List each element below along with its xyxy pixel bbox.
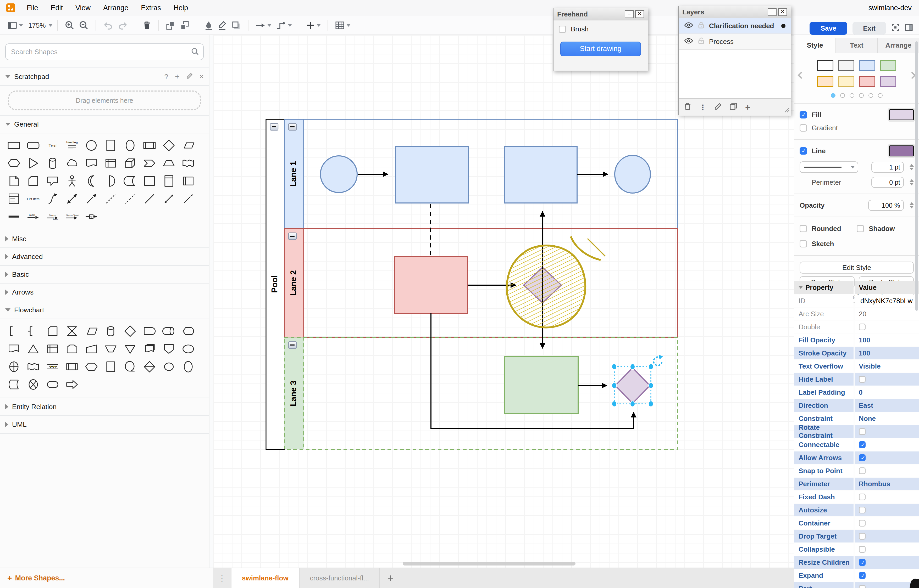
shape-manual-operation[interactable] [101, 340, 120, 358]
shape-collate[interactable] [62, 322, 82, 340]
menu-help[interactable]: Help [167, 4, 194, 12]
shape-process-rect[interactable] [101, 358, 120, 376]
shape-start-tall-ellipse[interactable] [178, 358, 198, 376]
property-checkbox[interactable] [859, 323, 866, 330]
style-preset-2[interactable] [859, 60, 875, 71]
shape-annotation-left[interactable] [4, 322, 24, 340]
property-checkbox[interactable] [859, 572, 866, 579]
add-icon[interactable]: + [175, 72, 180, 81]
property-value[interactable] [854, 582, 919, 588]
property-value[interactable] [854, 504, 919, 516]
shape-ellipse-wide[interactable] [178, 340, 198, 358]
shape-multi-document[interactable] [140, 340, 159, 358]
tab-arrange[interactable]: Arrange [878, 38, 919, 53]
task-shape-1[interactable] [395, 147, 468, 203]
property-checkbox[interactable] [859, 533, 866, 540]
pages-menu-icon[interactable]: ⋮ [213, 568, 231, 588]
menu-arrange[interactable]: Arrange [97, 4, 135, 12]
task-shape-2[interactable] [505, 147, 577, 203]
shape-stored-data[interactable] [4, 376, 24, 393]
section-flowchart[interactable]: Flowchart [0, 301, 209, 319]
line-width-input[interactable]: 1 pt [871, 162, 904, 173]
preset-page-dot[interactable] [869, 93, 873, 98]
layer-row-process[interactable]: Process [679, 34, 791, 50]
section-basic[interactable]: Basic [0, 266, 209, 284]
connection-style-button[interactable] [253, 18, 274, 33]
to-front-button[interactable] [164, 18, 178, 33]
shape-start-ellipse[interactable] [159, 358, 178, 376]
line-checkbox[interactable] [800, 147, 807, 155]
property-value[interactable]: None [854, 412, 919, 425]
shape-circle[interactable] [82, 137, 101, 154]
delete-layer-icon[interactable] [684, 103, 691, 112]
property-value[interactable] [854, 556, 919, 569]
tab-text[interactable]: Text [836, 38, 878, 53]
property-value[interactable]: dNxyNK7c78bLw [854, 294, 919, 307]
preset-page-dot[interactable] [840, 93, 845, 98]
shape-vertical-container[interactable] [159, 172, 178, 190]
property-value[interactable] [854, 517, 919, 530]
insert-button[interactable] [304, 18, 323, 33]
shape-trapezoid[interactable] [159, 154, 178, 172]
shape-predefined-process[interactable] [62, 358, 82, 376]
shape-internal-storage[interactable] [43, 340, 62, 358]
minimize-icon[interactable]: – [625, 10, 634, 18]
line-style-select[interactable] [800, 162, 858, 173]
property-checkbox[interactable] [859, 494, 866, 501]
lane-2[interactable]: Lane 2 [284, 229, 677, 338]
property-value[interactable]: 20 [854, 308, 919, 320]
shape-tall-rectangle[interactable] [101, 137, 120, 154]
opacity-input[interactable]: 100 % [868, 200, 904, 211]
shape-card[interactable] [24, 172, 43, 190]
exit-button[interactable]: Exit [853, 22, 886, 35]
shape-diamond[interactable] [159, 137, 178, 154]
view-button[interactable] [5, 18, 25, 33]
shape-arrow[interactable] [82, 190, 101, 208]
shape-direct-access-storage[interactable] [159, 322, 178, 340]
property-value[interactable]: East [854, 399, 919, 412]
edit-icon[interactable] [186, 73, 193, 81]
shape-dotted-line[interactable] [120, 190, 140, 208]
property-value[interactable]: Visible [854, 360, 919, 373]
page-tab-cross-functional-fl[interactable]: cross-functional-fl... [300, 568, 380, 588]
zoom-level[interactable]: 175% [25, 21, 47, 29]
freehand-window-titlebar[interactable]: Freehand – ✕ [553, 8, 648, 20]
tab-style[interactable]: Style [794, 38, 836, 53]
shape-rounded-rectangle[interactable] [24, 137, 43, 154]
shape-callout[interactable] [43, 172, 62, 190]
property-checkbox[interactable] [859, 507, 866, 514]
shape-display[interactable] [178, 322, 198, 340]
preset-page-dot[interactable] [831, 93, 835, 98]
layer-menu-icon[interactable]: ⋮ [699, 103, 707, 112]
property-value[interactable] [854, 530, 919, 543]
shape-process[interactable] [140, 137, 159, 154]
undo-button[interactable] [101, 18, 115, 33]
shape-data-storage[interactable] [120, 172, 140, 190]
presets-next-icon[interactable] [911, 71, 916, 79]
shape-arrow-labels[interactable]: SourceLabel [43, 208, 62, 226]
section-advanced[interactable]: Advanced [0, 248, 209, 266]
rotate-handle-icon[interactable] [653, 355, 663, 365]
fill-color-swatch[interactable] [889, 109, 914, 120]
property-header[interactable]: Property [794, 281, 854, 294]
preset-page-dot[interactable] [849, 93, 854, 98]
shape-cylinder[interactable] [43, 154, 62, 172]
rounded-checkbox[interactable] [800, 225, 807, 232]
property-value[interactable] [854, 425, 919, 438]
table-button[interactable] [333, 18, 353, 33]
lane-3[interactable]: Lane 3 [284, 338, 677, 449]
shape-textbox[interactable]: Heading [62, 137, 82, 154]
shape-internal-storage[interactable] [101, 154, 120, 172]
line-color-button[interactable] [216, 18, 229, 33]
pool-container[interactable]: Pool [266, 119, 284, 449]
shape-connector-icon[interactable] [82, 208, 101, 226]
shape-vertical-ellipse[interactable] [120, 137, 140, 154]
shape-hexagon[interactable] [4, 154, 24, 172]
shape-document[interactable] [82, 154, 101, 172]
style-preset-1[interactable] [838, 60, 854, 71]
property-value[interactable] [854, 438, 919, 451]
shape-database[interactable] [101, 322, 120, 340]
save-button[interactable]: Save [810, 22, 847, 35]
fill-color-button[interactable] [202, 18, 216, 33]
task-shape-red[interactable] [395, 256, 468, 313]
